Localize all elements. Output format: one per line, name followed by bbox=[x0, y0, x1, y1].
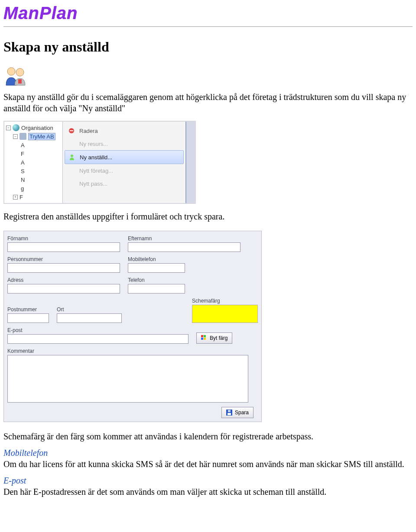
input-ort[interactable] bbox=[57, 313, 122, 323]
svg-rect-4 bbox=[70, 130, 73, 131]
screenshot-form: Förnamn Efternamn Personnummer Mobiltele… bbox=[3, 231, 262, 422]
ctx-label: Nytt företag... bbox=[79, 168, 113, 174]
input-personnummer[interactable] bbox=[7, 263, 120, 273]
logo: ManPlan bbox=[3, 3, 413, 23]
ctx-label: Radera bbox=[79, 128, 98, 134]
tree-leaf[interactable]: g bbox=[21, 185, 24, 192]
people-icon bbox=[3, 65, 28, 86]
para-registrera: Registrera den anställdes uppgifter i fo… bbox=[3, 211, 413, 222]
ctx-ny-anstalld[interactable]: Ny anställd... bbox=[65, 150, 184, 164]
label-efternamn: Efternamn bbox=[128, 235, 240, 242]
ctx-ny-resurs[interactable]: Ny resurs... bbox=[65, 137, 184, 150]
screenshot-tree-context: − Organisation − TryMe AB A F A S N g + … bbox=[3, 121, 196, 204]
byt-farg-label: Byt färg bbox=[210, 335, 228, 341]
svg-point-0 bbox=[7, 68, 15, 75]
epost-heading: E-post bbox=[3, 476, 26, 485]
palette-icon bbox=[201, 335, 207, 341]
input-adress[interactable] bbox=[7, 284, 120, 293]
label-personnummer: Personnummer bbox=[7, 256, 120, 262]
mobil-heading: Mobiltelefon bbox=[3, 448, 48, 458]
label-telefon: Telefon bbox=[128, 277, 185, 283]
mobil-text: Om du har licens för att kunna skicka SM… bbox=[3, 459, 404, 469]
context-menu: Radera Ny resurs... Ny anställd... Nytt … bbox=[63, 122, 185, 203]
label-kommentar: Kommentar bbox=[7, 348, 248, 354]
svg-rect-2 bbox=[18, 79, 22, 84]
tree-expander[interactable]: − bbox=[13, 134, 18, 139]
ctx-label: Nytt pass... bbox=[79, 181, 107, 187]
input-kommentar[interactable] bbox=[7, 355, 248, 403]
label-epost: E-post bbox=[7, 327, 188, 333]
input-efternamn[interactable] bbox=[128, 242, 240, 252]
tree-panel: − Organisation − TryMe AB A F A S N g + … bbox=[4, 122, 63, 203]
right-strip bbox=[185, 122, 195, 203]
para-schemafarg: Schemafärg är den färg som kommer att an… bbox=[3, 431, 413, 442]
ctx-nytt-foretag[interactable]: Nytt företag... bbox=[65, 164, 184, 177]
person-icon bbox=[68, 154, 75, 161]
tree-leaf[interactable]: N bbox=[21, 177, 25, 183]
label-schemafarg: Schemafärg bbox=[192, 298, 258, 304]
schemafarg-swatch bbox=[192, 305, 258, 323]
tree-leaf[interactable]: A bbox=[21, 159, 25, 166]
svg-point-1 bbox=[16, 68, 24, 76]
globe-icon bbox=[13, 124, 20, 131]
input-mobiltelefon[interactable] bbox=[128, 263, 185, 273]
label-fornamn: Förnamn bbox=[7, 235, 120, 242]
ctx-label: Ny resurs... bbox=[79, 141, 108, 147]
resource-icon bbox=[68, 140, 75, 147]
input-postnummer[interactable] bbox=[7, 313, 49, 323]
spara-button[interactable]: Spara bbox=[221, 407, 254, 418]
pass-icon bbox=[68, 180, 75, 187]
tree-leaf[interactable]: S bbox=[21, 168, 25, 174]
delete-icon bbox=[68, 127, 75, 134]
para-epost: E-post Den här E-postadressen är det som… bbox=[3, 475, 413, 497]
para-mobiltelefon: Mobiltelefon Om du har licens för att ku… bbox=[3, 447, 413, 470]
label-adress: Adress bbox=[7, 277, 120, 283]
epost-text: Den här E-postadressen är det som använd… bbox=[3, 487, 326, 497]
separator bbox=[3, 26, 413, 27]
save-icon bbox=[226, 409, 232, 416]
spara-label: Spara bbox=[235, 409, 249, 416]
tree-leaf[interactable]: A bbox=[21, 142, 25, 148]
svg-point-5 bbox=[71, 155, 73, 157]
input-fornamn[interactable] bbox=[7, 242, 120, 252]
label-ort: Ort bbox=[57, 306, 122, 313]
label-mobiltelefon: Mobiltelefon bbox=[128, 256, 185, 262]
input-epost[interactable] bbox=[7, 334, 188, 344]
label-postnummer: Postnummer bbox=[7, 306, 49, 313]
ctx-nytt-pass[interactable]: Nytt pass... bbox=[65, 177, 184, 190]
tree-company-label[interactable]: TryMe AB bbox=[28, 133, 55, 140]
company-icon bbox=[68, 167, 75, 174]
ctx-radera[interactable]: Radera bbox=[65, 124, 184, 137]
company-icon bbox=[20, 133, 26, 140]
input-telefon[interactable] bbox=[128, 284, 185, 293]
tree-expander[interactable]: − bbox=[6, 126, 11, 130]
page-title: Skapa ny anställd bbox=[3, 39, 413, 55]
intro-paragraph: Skapa ny anställd gör du i scemaläggaren… bbox=[3, 91, 413, 114]
tree-leaf[interactable]: F bbox=[20, 194, 23, 200]
ctx-label: Ny anställd... bbox=[80, 154, 112, 161]
tree-expander[interactable]: + bbox=[13, 195, 18, 200]
tree-root-label: Organisation bbox=[21, 125, 53, 131]
tree-leaf[interactable]: F bbox=[21, 151, 24, 157]
byt-farg-button[interactable]: Byt färg bbox=[196, 332, 232, 344]
